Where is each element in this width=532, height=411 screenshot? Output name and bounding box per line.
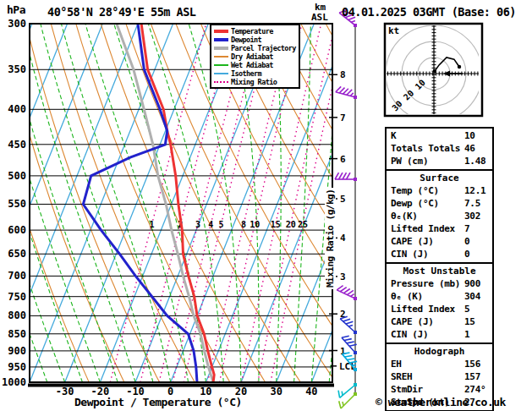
row-label: CIN (J) — [391, 249, 428, 260]
datetime-title: 04.01.2025 03GMT (Base: 06) — [342, 5, 516, 19]
legend-item-label: Parcel Trajectory — [231, 44, 296, 52]
row-label: K — [391, 130, 396, 141]
station-title: 40°58'N 28°49'E 55m ASL — [47, 5, 195, 19]
mixing-ratio-axis-label: Mixing Ratio (g/kg) — [325, 188, 336, 289]
table-row: Dewp (°C)7.5 — [387, 197, 492, 210]
temp-tick-label: 40 — [305, 386, 317, 397]
km-tick-label: 4 — [340, 233, 346, 244]
mixing-ratio-value-label: 8 — [241, 220, 246, 229]
temp-tick-label: -30 — [56, 386, 74, 397]
row-value: 157 — [464, 370, 480, 383]
pressure-tick-label: 1000 — [2, 376, 26, 388]
credit-footer: © weatheronline.co.uk — [376, 396, 506, 408]
temp-tick-label: 30 — [270, 386, 282, 397]
row-label: PW (cm) — [391, 156, 428, 167]
hodograph: 102030 — [385, 24, 482, 122]
row-value: 5 — [464, 303, 469, 315]
legend-item-label: Isotherm — [231, 69, 261, 78]
legend-item: Temperature — [214, 27, 299, 36]
table-title: Most Unstable — [387, 265, 492, 277]
mixing-ratio-value-label: 5 — [218, 220, 223, 229]
row-value: 900 — [464, 277, 480, 290]
temp-axis-label: Dewpoint / Temperature (°C) — [74, 396, 242, 408]
table-row: EH156 — [387, 358, 492, 370]
mixing-ratio-value-label: 20 — [286, 220, 296, 229]
km-tick-label: 5 — [340, 194, 346, 205]
legend-item-label: Mixing Ratio — [231, 78, 277, 86]
row-value: 0 — [464, 248, 469, 260]
hodograph-ring-label: 30 — [390, 99, 403, 112]
legend-item: Dry Adiabat — [214, 52, 299, 61]
pressure-tick-label: 450 — [8, 139, 26, 151]
pressure-tick-label: 500 — [8, 170, 26, 182]
table-title: Hodograph — [387, 345, 492, 358]
row-label: StmDir — [391, 384, 423, 395]
km-tick-label: 6 — [340, 154, 346, 165]
skewt-sounding-page: 1234581015202530035040045050055060065070… — [0, 0, 532, 411]
mixing-ratio-value-label: 1 — [149, 220, 154, 229]
pressure-tick-label: 800 — [8, 310, 26, 321]
hodograph-ring-label: 10 — [414, 78, 427, 91]
row-value: 46 — [464, 142, 475, 155]
mixing-ratio-value-label: 10 — [250, 220, 260, 229]
row-value: 7.5 — [464, 197, 480, 210]
pressure-tick-label: 300 — [8, 18, 26, 30]
table-row: CAPE (J)15 — [387, 315, 492, 328]
mixing-ratio-value-label: 25 — [298, 220, 308, 229]
wind-barb — [335, 173, 355, 179]
row-value: 15 — [464, 315, 475, 328]
row-value: 10 — [464, 129, 475, 142]
km-axis-unit-line2: ASL — [311, 12, 328, 23]
table-row: StmDir274° — [387, 383, 492, 396]
legend-line-sample — [214, 38, 228, 41]
legend-item-label: Dewpoint — [231, 36, 261, 44]
table-row: Lifted Index5 — [387, 303, 492, 315]
legend-line-sample — [214, 73, 228, 74]
row-label: CAPE (J) — [391, 316, 434, 327]
pressure-tick-label: 650 — [8, 248, 26, 260]
row-label: Totals Totals — [391, 143, 460, 154]
data-table: Most UnstablePressure (mb)900θₑ (K)304Li… — [385, 262, 494, 344]
pressure-tick-label: 550 — [8, 198, 26, 210]
table-row: CAPE (J)0 — [387, 235, 492, 248]
legend-line-sample — [214, 30, 228, 33]
row-value: 7 — [464, 222, 469, 235]
row-label: θₑ(K) — [391, 211, 418, 222]
row-label: EH — [391, 359, 402, 370]
pressure-tick-label: 600 — [8, 224, 26, 236]
pressure-axis-unit: hPa — [7, 3, 25, 16]
table-row: Lifted Index7 — [387, 222, 492, 235]
table-row: Temp (°C)12.1 — [387, 184, 492, 197]
table-title: Surface — [387, 172, 492, 184]
row-label: CAPE (J) — [391, 236, 434, 247]
row-value: 1 — [464, 328, 469, 341]
pressure-tick-label: 400 — [8, 103, 26, 115]
legend-item: Wet Adiabat — [214, 61, 299, 69]
hodograph-unit-label: kt — [388, 25, 399, 36]
km-tick-label: 8 — [340, 69, 346, 80]
row-label: Lifted Index — [391, 223, 455, 234]
table-row: CIN (J)0 — [387, 248, 492, 260]
mixing-ratio-value-label: 3 — [195, 220, 200, 229]
wind-barb — [337, 286, 355, 299]
table-row: SREH157 — [387, 370, 492, 383]
row-label: Temp (°C) — [391, 185, 439, 196]
table-row: θₑ (K)304 — [387, 290, 492, 303]
row-label: CIN (J) — [391, 329, 428, 340]
pressure-tick-label: 350 — [8, 63, 26, 75]
row-value: 156 — [464, 358, 480, 370]
row-value: 1.48 — [464, 155, 485, 167]
pressure-tick-label: 750 — [8, 291, 26, 303]
legend-line-sample — [214, 56, 228, 58]
pressure-tick-label: 850 — [8, 328, 26, 340]
table-row: CIN (J)1 — [387, 328, 492, 341]
sounding-profiles — [83, 24, 214, 382]
km-tick-label: 3 — [340, 271, 346, 282]
table-row: PW (cm)1.48 — [387, 155, 492, 167]
km-tick-label: 7 — [340, 112, 346, 123]
row-value: 304 — [464, 290, 480, 303]
table-row: Pressure (mb)900 — [387, 277, 492, 290]
legend-line-sample — [214, 64, 228, 66]
legend-item: Parcel Trajectory — [214, 44, 299, 52]
mixing-ratio-value-label: 4 — [208, 220, 213, 229]
